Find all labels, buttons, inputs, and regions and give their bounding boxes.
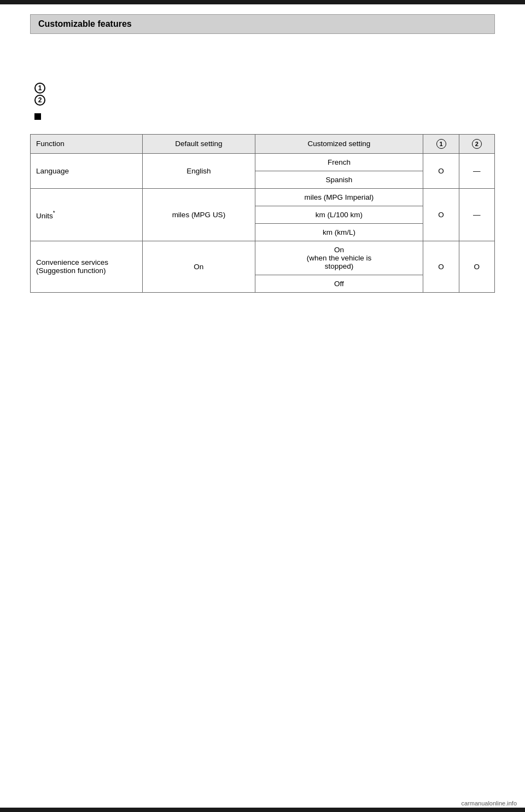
td-customized-mpg-imperial: miles (MPG Imperial) [255,188,423,206]
icon-row-2: 2 [34,95,495,106]
td-col2-convenience: O [459,241,494,292]
content-area: 1 2 Function Default setting Customized … [30,45,495,293]
bullet-text [45,112,48,123]
td-customized-off: Off [255,275,423,292]
asterisk-superscript: * [53,210,55,216]
table-header-row: Function Default setting Customized sett… [31,134,495,153]
td-customized-km-l100km: km (L/100 km) [255,206,423,223]
th-default-setting: Default setting [143,134,255,153]
td-col2-language: — [459,153,494,188]
top-bar [0,0,525,4]
th-col2: 2 [459,134,494,153]
intro-paragraph-2 [30,61,495,72]
td-default-language: English [143,153,255,188]
page-title: Customizable features [38,19,132,28]
black-square-icon [34,113,41,120]
table-row: Language English French O — [31,153,495,171]
watermark: carmanualonline.info [461,800,517,807]
td-function-convenience: Convenience services(Suggestion function… [31,241,143,292]
header-section: Customizable features [30,14,495,34]
bottom-bar [0,808,525,812]
numbered-icons-container: 1 2 [34,83,495,106]
bullet-row [34,112,495,123]
circle-header-1: 1 [436,139,446,149]
table-row: Units* miles (MPG US) miles (MPG Imperia… [31,188,495,206]
td-customized-km-kml: km (km/L) [255,223,423,241]
watermark-text: carmanualonline.info [461,800,517,807]
table-row: Convenience services(Suggestion function… [31,241,495,275]
th-function: Function [31,134,143,153]
td-default-convenience: On [143,241,255,292]
circle-header-2: 2 [472,139,482,149]
icon-row-1: 1 [34,83,495,94]
td-col1-units: O [423,188,459,241]
th-customized-setting: Customized setting [255,134,423,153]
td-function-units: Units* [31,188,143,241]
td-customized-french: French [255,153,423,171]
features-table: Function Default setting Customized sett… [30,134,495,293]
intro-paragraph-1 [30,45,495,56]
circle-icon-1: 1 [34,83,45,94]
th-col1: 1 [423,134,459,153]
td-default-units: miles (MPG US) [143,188,255,241]
td-col1-language: O [423,153,459,188]
td-customized-spanish: Spanish [255,171,423,188]
circle-icon-2: 2 [34,95,45,106]
td-col2-units: — [459,188,494,241]
td-customized-on-stopped: On(when the vehicle isstopped) [255,241,423,275]
td-function-language: Language [31,153,143,188]
td-col1-convenience: O [423,241,459,292]
page-container: Customizable features 1 2 Function [0,0,525,812]
